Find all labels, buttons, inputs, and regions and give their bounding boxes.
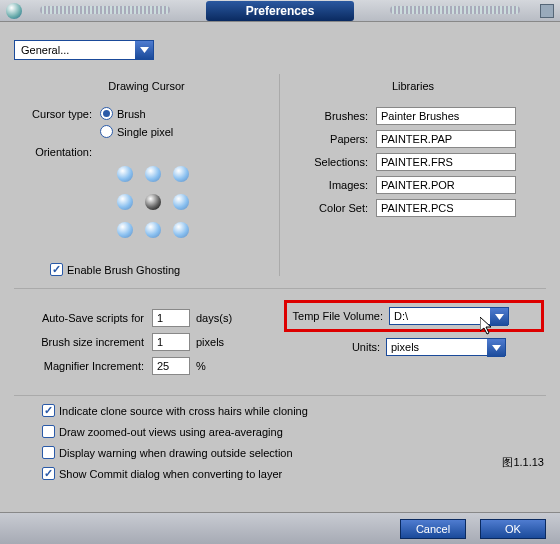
cursor-type-label: Cursor type: — [22, 108, 100, 120]
commit-dialog-label: Show Commit dialog when converting to la… — [59, 468, 282, 480]
maginc-unit: % — [190, 360, 206, 372]
colorset-field[interactable] — [376, 199, 516, 217]
maginc-field[interactable] — [152, 357, 190, 375]
selections-field[interactable] — [376, 153, 516, 171]
dialog-footer: Cancel OK — [0, 512, 560, 544]
maginc-label: Magnifier Increment: — [22, 360, 152, 372]
brushinc-label: Brush size increment — [22, 336, 152, 348]
units-select[interactable]: pixels — [386, 338, 506, 356]
checkbox-commit-dialog[interactable] — [42, 467, 55, 480]
enable-ghosting-label: Enable Brush Ghosting — [67, 264, 180, 276]
papers-label: Papers: — [288, 133, 376, 145]
brushes-label: Brushes: — [288, 110, 376, 122]
brushinc-unit: pixels — [190, 336, 224, 348]
titlebar: Preferences — [0, 0, 560, 22]
radio-brush[interactable] — [100, 107, 113, 120]
orient-n[interactable] — [145, 166, 161, 182]
close-icon[interactable] — [540, 4, 554, 18]
libraries-heading: Libraries — [288, 74, 538, 102]
papers-field[interactable] — [376, 130, 516, 148]
tempvolume-value: D:\ — [390, 308, 490, 324]
chevron-down-icon[interactable] — [490, 308, 508, 326]
drawing-cursor-heading: Drawing Cursor — [22, 74, 271, 102]
radio-single-pixel-label: Single pixel — [117, 126, 173, 138]
autosave-label: Auto-Save scripts for — [22, 312, 152, 324]
chevron-down-icon[interactable] — [135, 41, 153, 59]
warn-outside-label: Display warning when drawing outside sel… — [59, 447, 293, 459]
checkbox-clone-hairs[interactable] — [42, 404, 55, 417]
chevron-down-icon[interactable] — [487, 339, 505, 357]
zoomed-out-label: Draw zoomed-out views using area-averagi… — [59, 426, 283, 438]
orient-se[interactable] — [173, 222, 189, 238]
orient-ne[interactable] — [173, 166, 189, 182]
app-icon — [6, 3, 22, 19]
tempvolume-label: Temp File Volume: — [291, 310, 389, 322]
colorset-label: Color Set: — [288, 202, 376, 214]
orient-e[interactable] — [173, 194, 189, 210]
category-select[interactable]: General... — [14, 40, 154, 60]
images-field[interactable] — [376, 176, 516, 194]
orientation-selector[interactable] — [114, 163, 271, 241]
cancel-button[interactable]: Cancel — [400, 519, 466, 539]
orientation-label: Orientation: — [22, 146, 100, 158]
checkbox-enable-ghosting[interactable] — [50, 263, 63, 276]
brushes-field[interactable] — [376, 107, 516, 125]
ok-button[interactable]: OK — [480, 519, 546, 539]
radio-single-pixel[interactable] — [100, 125, 113, 138]
autosave-unit: days(s) — [190, 312, 232, 324]
orient-center[interactable] — [145, 194, 161, 210]
orient-sw[interactable] — [117, 222, 133, 238]
orient-nw[interactable] — [117, 166, 133, 182]
brushinc-field[interactable] — [152, 333, 190, 351]
tempvolume-select[interactable]: D:\ — [389, 307, 509, 325]
checkbox-warn-outside[interactable] — [42, 446, 55, 459]
orient-w[interactable] — [117, 194, 133, 210]
images-label: Images: — [288, 179, 376, 191]
checkbox-zoomed-out[interactable] — [42, 425, 55, 438]
units-label: Units: — [288, 341, 386, 353]
clone-hairs-label: Indicate clone source with cross hairs w… — [59, 405, 308, 417]
orient-s[interactable] — [145, 222, 161, 238]
window-title: Preferences — [206, 1, 355, 21]
autosave-field[interactable] — [152, 309, 190, 327]
units-value: pixels — [387, 339, 487, 355]
selections-label: Selections: — [288, 156, 376, 168]
radio-brush-label: Brush — [117, 108, 146, 120]
category-value: General... — [15, 44, 135, 56]
figure-label: 图1.1.13 — [502, 455, 544, 470]
